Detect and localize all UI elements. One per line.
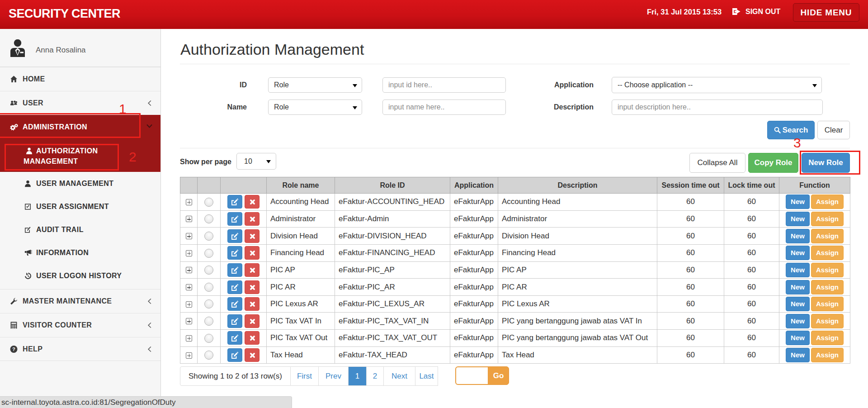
svg-text:?: ? (12, 346, 15, 351)
